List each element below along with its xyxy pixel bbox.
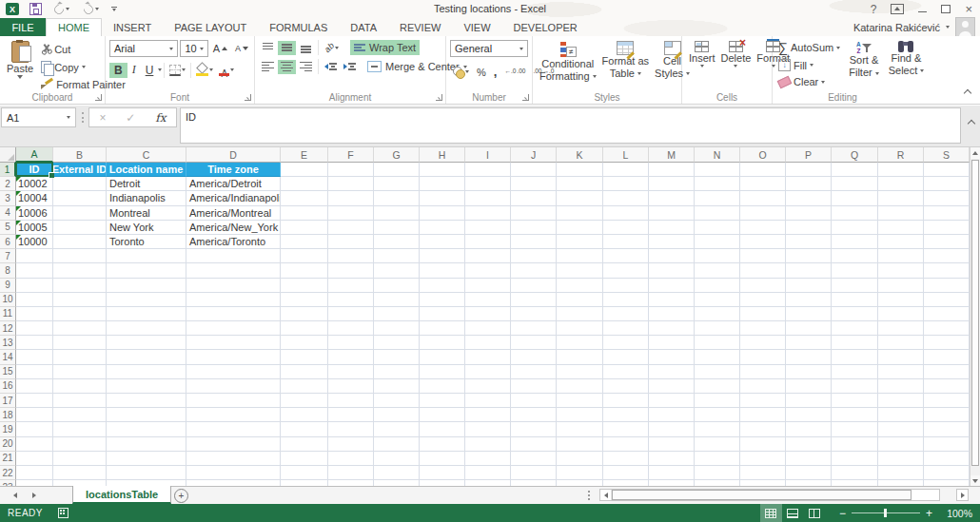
- cell-M6[interactable]: [649, 235, 695, 249]
- previous-sheet-icon[interactable]: [13, 493, 17, 498]
- cell-J12[interactable]: [511, 321, 557, 336]
- cell-A10[interactable]: [16, 293, 53, 307]
- cell-C22[interactable]: [107, 466, 186, 480]
- cell-I9[interactable]: [465, 279, 511, 293]
- accounting-format-button[interactable]: [450, 65, 472, 80]
- align-center-button[interactable]: [278, 60, 296, 74]
- cell-F7[interactable]: [328, 249, 374, 263]
- cell-J17[interactable]: [511, 394, 557, 408]
- cell-I21[interactable]: [465, 452, 511, 466]
- cell-A7[interactable]: [16, 249, 53, 263]
- cell-K19[interactable]: [557, 422, 603, 436]
- cell-S5[interactable]: [924, 221, 970, 235]
- column-header-G[interactable]: G: [374, 147, 420, 163]
- cell-A11[interactable]: [16, 307, 53, 321]
- cell-L3[interactable]: [603, 191, 649, 205]
- cell-F14[interactable]: [328, 350, 374, 364]
- cell-Q6[interactable]: [832, 235, 878, 249]
- wrap-text-button[interactable]: Wrap Text: [350, 40, 420, 55]
- cell-C7[interactable]: [107, 249, 186, 263]
- font-dialog-launcher[interactable]: [245, 94, 251, 101]
- italic-button[interactable]: I: [127, 62, 141, 78]
- cell-E17[interactable]: [281, 394, 328, 408]
- cell-Q16[interactable]: [832, 379, 878, 394]
- cell-P12[interactable]: [786, 321, 832, 336]
- cell-N2[interactable]: [695, 177, 740, 191]
- cell-O5[interactable]: [740, 221, 786, 235]
- cell-I3[interactable]: [465, 191, 511, 205]
- number-dialog-launcher[interactable]: [522, 94, 529, 101]
- cell-D20[interactable]: [186, 437, 281, 452]
- cell-N20[interactable]: [695, 437, 740, 452]
- cell-B6[interactable]: [53, 235, 107, 249]
- cell-S13[interactable]: [924, 336, 970, 350]
- cell-G15[interactable]: [374, 365, 420, 379]
- cell-G3[interactable]: [374, 191, 420, 205]
- cell-L10[interactable]: [603, 293, 649, 307]
- cell-K7[interactable]: [557, 249, 603, 263]
- cell-D7[interactable]: [186, 249, 281, 263]
- cell-Q21[interactable]: [832, 452, 878, 466]
- cell-K14[interactable]: [557, 350, 603, 364]
- cell-R4[interactable]: [878, 206, 924, 221]
- top-align-button[interactable]: [259, 41, 277, 55]
- cell-Q17[interactable]: [832, 394, 878, 408]
- cell-M18[interactable]: [649, 408, 695, 422]
- row-header-15[interactable]: 15: [0, 365, 16, 379]
- cell-M4[interactable]: [649, 206, 695, 221]
- cell-P18[interactable]: [786, 408, 832, 422]
- cell-N21[interactable]: [695, 452, 740, 466]
- cell-O21[interactable]: [740, 452, 786, 466]
- cell-M13[interactable]: [649, 336, 695, 350]
- cell-H22[interactable]: [420, 466, 465, 480]
- cell-A17[interactable]: [16, 394, 53, 408]
- cell-D12[interactable]: [186, 321, 281, 336]
- cell-F10[interactable]: [328, 293, 374, 307]
- cell-B4[interactable]: [53, 206, 107, 221]
- cell-H20[interactable]: [420, 437, 465, 452]
- cell-I19[interactable]: [465, 422, 511, 436]
- cell-O2[interactable]: [740, 177, 786, 191]
- cell-A6[interactable]: 10000: [16, 235, 53, 249]
- cell-J13[interactable]: [511, 336, 557, 350]
- cell-R11[interactable]: [878, 307, 924, 321]
- cell-K20[interactable]: [557, 437, 603, 452]
- cell-G9[interactable]: [374, 279, 420, 293]
- cell-N3[interactable]: [695, 191, 740, 205]
- cell-H3[interactable]: [420, 191, 465, 205]
- cell-H7[interactable]: [420, 249, 465, 263]
- cell-B17[interactable]: [53, 394, 107, 408]
- cell-C15[interactable]: [107, 365, 186, 379]
- alignment-dialog-launcher[interactable]: [436, 94, 442, 101]
- cell-F15[interactable]: [328, 365, 374, 379]
- cell-O18[interactable]: [740, 408, 786, 422]
- fill-color-button[interactable]: [193, 62, 216, 78]
- column-header-H[interactable]: H: [420, 147, 465, 163]
- cell-S4[interactable]: [924, 206, 970, 221]
- zoom-out-button[interactable]: −: [839, 508, 846, 519]
- cancel-icon[interactable]: ×: [99, 111, 106, 125]
- font-color-button[interactable]: [216, 62, 237, 78]
- cell-O22[interactable]: [740, 466, 786, 480]
- cell-A15[interactable]: [16, 365, 53, 379]
- cell-E8[interactable]: [281, 263, 328, 278]
- increase-decimal-button[interactable]: [501, 66, 528, 77]
- row-header-7[interactable]: 7: [0, 249, 16, 263]
- cell-P8[interactable]: [786, 263, 832, 278]
- zoom-in-button[interactable]: +: [926, 508, 932, 519]
- cell-E21[interactable]: [281, 452, 328, 466]
- cell-R20[interactable]: [878, 437, 924, 452]
- column-header-B[interactable]: B: [53, 147, 107, 163]
- cell-J9[interactable]: [511, 279, 557, 293]
- cell-R6[interactable]: [878, 235, 924, 249]
- cell-Q9[interactable]: [832, 279, 878, 293]
- cell-J11[interactable]: [511, 307, 557, 321]
- cell-B16[interactable]: [53, 379, 107, 394]
- cell-C4[interactable]: Montreal: [107, 206, 186, 221]
- cell-Q15[interactable]: [832, 365, 878, 379]
- cell-B7[interactable]: [53, 249, 107, 263]
- cell-O4[interactable]: [740, 206, 786, 221]
- cell-F19[interactable]: [328, 422, 374, 436]
- cell-P14[interactable]: [786, 350, 832, 364]
- cell-H8[interactable]: [420, 263, 465, 278]
